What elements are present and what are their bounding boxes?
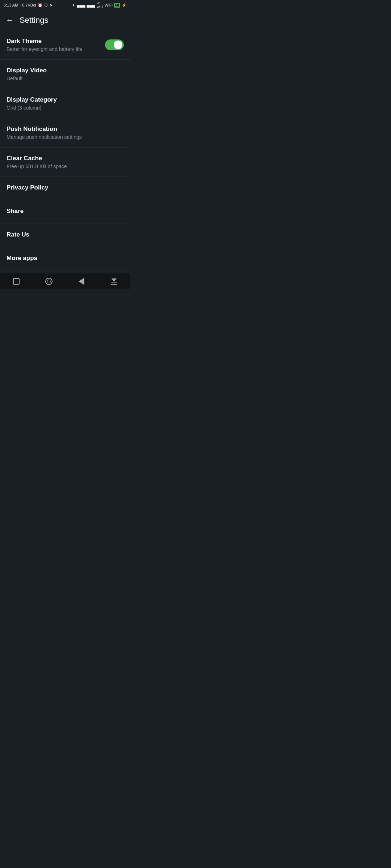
screenshot-button[interactable] [110,277,118,286]
signal-icon-1: ▄▄▄ [77,3,85,7]
battery-indicator: 68 [114,3,120,8]
status-right: ✦ ▄▄▄ ▄▄▄ VoWiFi WiFi 68 ⚡ [72,1,127,9]
vowifi-icon: VoWiFi [97,1,103,9]
back-button-nav[interactable] [77,277,86,286]
circle-icon [45,278,52,285]
settings-item-privacy-policy[interactable]: Privacy Policy [0,177,130,200]
more-apps-title: More apps [7,255,124,262]
recents-button[interactable] [12,277,21,286]
signal-icon-2: ▄▄▄ [87,3,95,7]
settings-list: Dark ThemeBetter for eyesight and batter… [0,30,130,273]
triangle-icon [79,278,84,285]
share-title: Share [7,208,124,215]
settings-item-share[interactable]: Share [0,200,130,224]
settings-item-display-video[interactable]: Display VideoDefault [0,60,130,89]
bottom-nav [0,273,130,289]
settings-item-more-apps[interactable]: More apps [0,247,130,271]
rate-us-title: Rate Us [7,231,124,238]
back-button[interactable]: ← [6,16,14,25]
clear-cache-subtitle: Free up 681.8 KB of space [7,163,124,169]
settings-item-rate-us[interactable]: Rate Us [0,224,130,247]
time-label: 6:13 AM [4,3,18,7]
dark-theme-slider [105,39,124,50]
header: ← Settings [0,10,130,30]
alarm-icon: ⏰ [38,3,43,8]
settings-item-clear-cache[interactable]: Clear CacheFree up 681.8 KB of space [0,148,130,177]
push-notification-title: Push Notification [7,125,124,133]
display-video-title: Display Video [7,67,124,74]
wifi-icon: WiFi [105,3,113,7]
separator: | [20,3,21,7]
settings-item-dark-theme[interactable]: Dark ThemeBetter for eyesight and batter… [0,30,130,60]
charging-icon: ⚡ [122,3,127,8]
settings-item-about[interactable]: About [0,271,130,273]
display-category-title: Display Category [7,96,124,103]
speed-label: 0.7KB/s [22,3,36,7]
display-category-subtitle: Grid (3 column) [7,105,124,111]
settings-item-push-notification[interactable]: Push NotificationManage push notificatio… [0,118,130,148]
square-icon [13,278,20,285]
dark-theme-title: Dark Theme [7,38,105,45]
home-button[interactable] [45,277,53,286]
page-title: Settings [20,16,49,25]
privacy-policy-title: Privacy Policy [7,184,124,191]
clock-icon: ⏱ [44,3,48,7]
push-notification-subtitle: Manage push notification settings [7,134,124,140]
settings-item-display-category[interactable]: Display CategoryGrid (3 column) [0,89,130,118]
location-icon: ➤ [50,3,53,8]
clear-cache-title: Clear Cache [7,155,124,162]
display-video-subtitle: Default [7,76,124,81]
dark-theme-subtitle: Better for eyesight and battery life [7,46,105,52]
status-left: 6:13 AM | 0.7KB/s ⏰ ⏱ ➤ [4,3,53,8]
bluetooth-icon: ✦ [72,3,75,8]
download-icon [111,278,117,285]
dark-theme-toggle[interactable] [105,39,124,50]
status-bar: 6:13 AM | 0.7KB/s ⏰ ⏱ ➤ ✦ ▄▄▄ ▄▄▄ VoWiFi… [0,0,130,10]
